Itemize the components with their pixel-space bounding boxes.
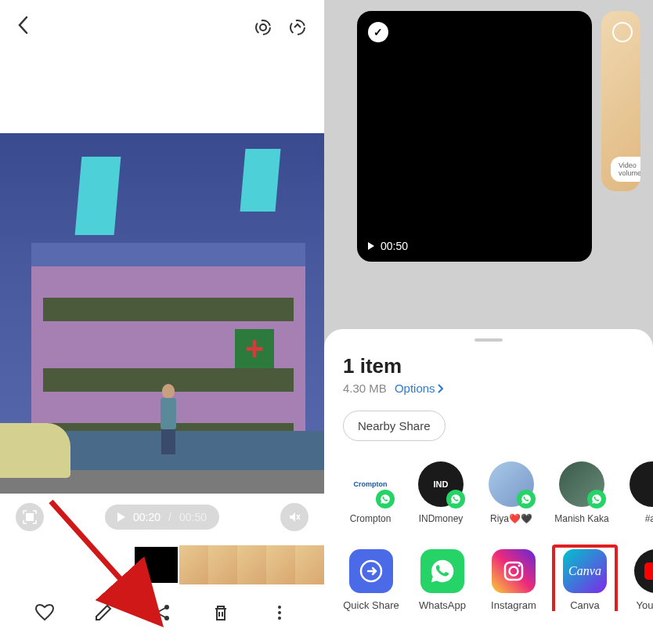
capture-frame-button[interactable]	[16, 503, 44, 531]
svg-point-7	[278, 606, 281, 609]
thumbnail[interactable]	[208, 545, 237, 584]
instagram-icon	[492, 549, 536, 593]
whatsapp-badge-icon	[376, 490, 395, 508]
bottom-toolbar	[0, 589, 324, 636]
play-icon	[368, 242, 374, 250]
time-separator: /	[168, 511, 171, 523]
thumbnail[interactable]	[237, 545, 266, 584]
quick-share-icon	[349, 549, 393, 593]
media-duration: 00:50	[368, 240, 408, 252]
share-screen: ✓ 00:50 Video volume 1 item 4.30 MB Opti…	[324, 0, 653, 644]
whatsapp-badge-icon	[517, 490, 536, 508]
video-volume-label: Video volume	[611, 157, 640, 182]
video-viewer-screen: + 00:20 / 00:50	[0, 0, 324, 644]
timeline-thumbnails[interactable]	[0, 545, 324, 584]
svg-rect-14	[644, 563, 653, 580]
delete-button[interactable]	[210, 602, 232, 624]
annotation-highlight	[552, 545, 618, 611]
auto-enhance-icon[interactable]	[287, 16, 308, 38]
svg-rect-3	[26, 513, 34, 521]
app-whatsapp[interactable]: WhatsApp	[414, 549, 471, 611]
nearby-share-button[interactable]: Nearby Share	[343, 411, 446, 441]
media-picker: ✓ 00:50 Video volume	[324, 0, 653, 329]
contact-manish[interactable]: Manish Kaka	[554, 461, 609, 524]
edit-button[interactable]	[92, 602, 114, 624]
thumbnail-current[interactable]	[133, 545, 179, 584]
svg-point-0	[256, 20, 270, 34]
favorite-button[interactable]	[34, 602, 56, 624]
app-youtube[interactable]: YouTube	[628, 549, 653, 611]
thumbnail[interactable]	[295, 545, 324, 584]
contact-riya[interactable]: Riya❤️🖤	[484, 461, 539, 524]
top-bar	[0, 0, 324, 55]
youtube-icon	[634, 549, 653, 593]
svg-point-2	[290, 20, 305, 34]
more-button[interactable]	[269, 602, 290, 624]
media-card-selected[interactable]: ✓ 00:50	[357, 11, 592, 262]
whatsapp-badge-icon	[446, 490, 465, 508]
share-button[interactable]	[151, 602, 173, 624]
thumbnail[interactable]	[266, 545, 295, 584]
contact-indmoney[interactable]: IND INDmoney	[413, 461, 468, 524]
thumbnail[interactable]	[179, 545, 208, 584]
mute-button[interactable]	[280, 503, 308, 531]
video-preview[interactable]: +	[0, 133, 324, 494]
drag-handle[interactable]	[474, 338, 503, 342]
back-button[interactable]	[16, 14, 31, 42]
svg-point-9	[278, 617, 281, 620]
playback-pill[interactable]: 00:20 / 00:50	[105, 505, 219, 530]
item-count: 1 item	[343, 354, 634, 378]
current-time: 00:20	[133, 511, 161, 523]
svg-point-13	[518, 565, 521, 567]
options-link[interactable]: Options	[395, 382, 443, 395]
play-icon	[117, 512, 125, 522]
bixby-vision-icon[interactable]	[252, 16, 274, 38]
person-illustration	[157, 384, 180, 454]
media-card[interactable]: Video volume	[601, 11, 640, 191]
share-sheet: 1 item 4.30 MB Options Nearby Share Crom…	[324, 329, 653, 644]
total-time: 00:50	[179, 511, 207, 523]
whatsapp-badge-icon	[587, 490, 606, 508]
app-quick-share[interactable]: Quick Share	[343, 549, 399, 611]
unselected-circle-icon[interactable]	[612, 22, 633, 42]
contact-row: Crompton Crompton IND INDmoney Riya❤️🖤 M…	[324, 441, 653, 530]
app-instagram[interactable]: Instagram	[485, 549, 542, 611]
car-illustration	[0, 423, 70, 478]
whatsapp-icon	[420, 549, 464, 593]
svg-point-1	[260, 24, 266, 31]
app-canva[interactable]: Canva Canva	[557, 549, 613, 611]
svg-point-12	[510, 567, 518, 576]
contact-crompton[interactable]: Crompton Crompton	[343, 461, 398, 524]
svg-point-8	[278, 611, 281, 614]
selected-check-icon[interactable]: ✓	[368, 22, 388, 42]
contact-all[interactable]: #all	[625, 461, 653, 524]
app-row: Quick Share WhatsApp Instagram Canva Can…	[324, 530, 653, 611]
player-controls: 00:20 / 00:50	[0, 494, 324, 541]
file-size: 4.30 MB	[343, 382, 387, 395]
